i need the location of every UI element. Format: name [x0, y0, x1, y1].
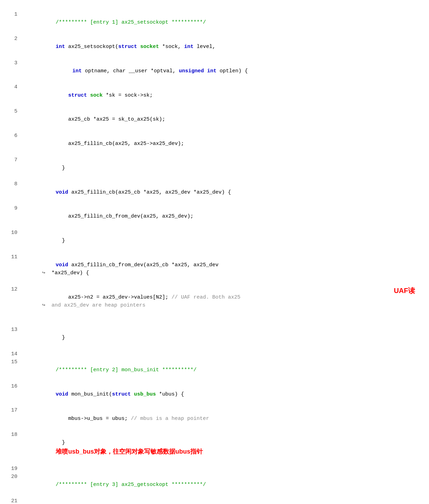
- table-row: 7 }: [10, 156, 419, 180]
- normal-span: ax25_fillin_cb_from_dev(ax25, ax25_dev);: [56, 213, 193, 219]
- keyword-span: int: [56, 44, 65, 50]
- line-code: [24, 350, 419, 358]
- comment-span: /********* [entry 3] ax25_getsockopt ***…: [56, 482, 206, 488]
- table-row: 13 }: [10, 326, 419, 350]
- type-span: socket: [140, 44, 159, 50]
- line-number: 3: [10, 59, 24, 83]
- normal-span: *sk = sock->sk;: [103, 92, 153, 98]
- uaf-annotation: UAF读: [394, 285, 415, 296]
- line-code: int ax25_getsockopt(struct socket *sock,…: [24, 497, 419, 504]
- normal-span: ax25_setsockopt(: [65, 44, 118, 50]
- table-row: 18 } 堆喷usb_bus对象，往空闲对象写敏感数据ubus指针: [10, 431, 419, 465]
- heap-spray-annotation: 堆喷usb_bus对象，往空闲对象写敏感数据ubus指针: [56, 448, 203, 455]
- line-code: }: [24, 156, 419, 180]
- normal-span: ax25->n2 = ax25_dev->values[N2];: [56, 294, 172, 300]
- type-span: usb_bus: [134, 391, 156, 397]
- normal-span: }: [56, 165, 65, 171]
- normal-span: [137, 44, 140, 50]
- normal-span: [56, 92, 68, 98]
- table-row: 4 struct sock *sk = sock->sk;: [10, 83, 419, 107]
- table-row: 10 }: [10, 229, 419, 253]
- table-row: 19: [10, 465, 419, 473]
- keyword-span: int: [72, 68, 82, 74]
- normal-span: optname, char __user *optval,: [82, 68, 179, 74]
- line-number: 15: [10, 358, 24, 382]
- table-row: 12 ax25->n2 = ax25_dev->values[N2]; // U…: [10, 285, 419, 326]
- normal-span: }: [56, 238, 65, 244]
- normal-span: mbus->u_bus = ubus;: [56, 416, 131, 422]
- table-row: 8 void ax25_fillin_cb(ax25_cb *ax25, ax2…: [10, 180, 419, 204]
- line-code: /********* [entry 1] ax25_setsockopt ***…: [24, 10, 419, 35]
- table-row: 20 /********* [entry 3] ax25_getsockopt …: [10, 473, 419, 497]
- line-code: int optname, char __user *optval, unsign…: [24, 59, 419, 83]
- normal-span: }: [56, 335, 65, 341]
- normal-span: *sock,: [159, 44, 184, 50]
- line-code: void ax25_fillin_cb_from_dev(ax25_cb *ax…: [24, 253, 419, 285]
- line-code: void mon_bus_init(struct usb_bus *ubus) …: [24, 382, 419, 407]
- line-code: ax25->n2 = ax25_dev->values[N2]; // UAF …: [24, 285, 419, 326]
- comment-span: /********* [entry 1] ax25_setsockopt ***…: [56, 19, 206, 25]
- line-number: 14: [10, 350, 24, 358]
- keyword-span: void: [56, 262, 68, 268]
- line-number: 2: [10, 35, 24, 59]
- table-row: 16 void mon_bus_init(struct usb_bus *ubu…: [10, 382, 419, 407]
- keyword-span: struct: [68, 92, 87, 98]
- code-table: 1 /********* [entry 1] ax25_setsockopt *…: [10, 10, 419, 504]
- normal-span: *ubus) {: [156, 391, 184, 397]
- line-number: 19: [10, 465, 24, 473]
- line-number: 9: [10, 204, 24, 229]
- keyword-span: int: [207, 68, 216, 74]
- table-row: 17 mbus->u_bus = ubus; // mbus is a heap…: [10, 406, 419, 431]
- line-number: 1: [10, 10, 24, 35]
- table-row: 1 /********* [entry 1] ax25_setsockopt *…: [10, 10, 419, 35]
- table-row: 15 /********* [entry 2] mon_bus_init ***…: [10, 358, 419, 382]
- keyword-span: int: [184, 44, 193, 50]
- comment-span: /********* [entry 2] mon_bus_init ******…: [56, 367, 197, 373]
- line-code: ax25_fillin_cb(ax25, ax25->ax25_dev);: [24, 132, 419, 156]
- line-code: void ax25_fillin_cb(ax25_cb *ax25, ax25_…: [24, 180, 419, 204]
- normal-span: [87, 92, 90, 98]
- comment-span: // mbus is a heap pointer: [131, 416, 209, 422]
- line-number: 5: [10, 107, 24, 132]
- normal-span: [131, 391, 134, 397]
- line-code: mbus->u_bus = ubus; // mbus is a heap po…: [24, 406, 419, 431]
- table-row: 21 int ax25_getsockopt(struct socket *so…: [10, 497, 419, 504]
- line-number: 20: [10, 473, 24, 497]
- line-code: /********* [entry 3] ax25_getsockopt ***…: [24, 473, 419, 497]
- normal-span: [204, 68, 207, 74]
- line-number: 7: [10, 156, 24, 180]
- line-code: }: [24, 229, 419, 253]
- line-number: 13: [10, 326, 24, 350]
- code-block: 1 /********* [entry 1] ax25_setsockopt *…: [10, 7, 419, 504]
- line-number: 12: [10, 285, 24, 326]
- keyword-span: unsigned: [179, 68, 204, 74]
- line-number: 11: [10, 253, 24, 285]
- normal-span: ax25_fillin_cb(ax25_cb *ax25, ax25_dev *…: [68, 189, 231, 195]
- type-span: sock: [90, 92, 103, 98]
- line-number: 18: [10, 431, 24, 465]
- table-row: 2 int ax25_setsockopt(struct socket *soc…: [10, 35, 419, 59]
- line-number: 16: [10, 382, 24, 407]
- line-code: struct sock *sk = sock->sk;: [24, 83, 419, 107]
- table-row: 9 ax25_fillin_cb_from_dev(ax25, ax25_dev…: [10, 204, 419, 229]
- normal-span: ax25_fillin_cb_from_dev(ax25_cb *ax25, a…: [24, 262, 219, 276]
- table-row: 5 ax25_cb *ax25 = sk_to_ax25(sk);: [10, 107, 419, 132]
- line-number: 4: [10, 83, 24, 107]
- line-code: int ax25_setsockopt(struct socket *sock,…: [24, 35, 419, 59]
- line-code: } 堆喷usb_bus对象，往空闲对象写敏感数据ubus指针: [24, 431, 419, 465]
- line-code: /********* [entry 2] mon_bus_init ******…: [24, 358, 419, 382]
- line-code: ax25_fillin_cb_from_dev(ax25, ax25_dev);: [24, 204, 419, 229]
- keyword-span: struct: [118, 44, 137, 50]
- keyword-span: struct: [112, 391, 131, 397]
- normal-span: }: [56, 440, 71, 446]
- table-row: 6 ax25_fillin_cb(ax25, ax25->ax25_dev);: [10, 132, 419, 156]
- table-row: 11 void ax25_fillin_cb_from_dev(ax25_cb …: [10, 253, 419, 285]
- line-code: ax25_cb *ax25 = sk_to_ax25(sk);: [24, 107, 419, 132]
- normal-span: ax25_cb *ax25 = sk_to_ax25(sk);: [56, 116, 165, 122]
- table-row: 14: [10, 350, 419, 358]
- keyword-span: void: [56, 189, 68, 195]
- keyword-span: void: [56, 391, 68, 397]
- line-number: 8: [10, 180, 24, 204]
- line-number: 21: [10, 497, 24, 504]
- normal-span: [56, 68, 72, 74]
